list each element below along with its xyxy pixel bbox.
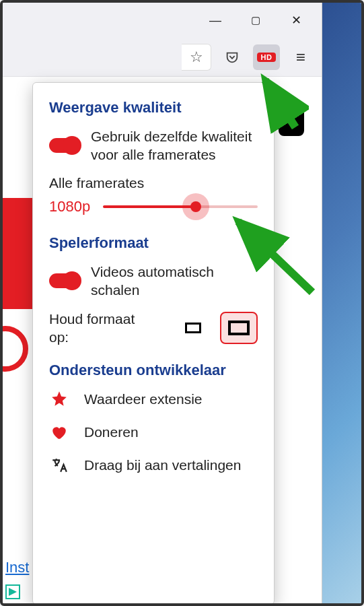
page-black-pill: s xyxy=(279,104,304,136)
keep-format-label: Houd formaat op: xyxy=(49,310,150,347)
pocket-icon xyxy=(225,50,240,65)
section-player-title: Spelerformaat xyxy=(49,234,258,252)
donate-label: Doneren xyxy=(84,423,139,441)
format-large-icon xyxy=(228,321,250,335)
translate-item[interactable]: Draag bij aan vertalingen xyxy=(49,456,258,474)
heart-icon xyxy=(49,424,69,441)
page-red-block xyxy=(0,198,33,309)
framerates-value: 1080p xyxy=(49,198,94,215)
framerates-slider-row: 1080p xyxy=(49,198,258,215)
hamburger-icon: ≡ xyxy=(296,48,305,67)
quality-toggle-row: Gebruik dezelfde kwaliteit voor alle fra… xyxy=(49,127,258,164)
slider-thumb[interactable] xyxy=(182,193,209,220)
translate-icon xyxy=(49,457,69,474)
autoscale-toggle-row: Videos automatisch schalen xyxy=(49,263,258,300)
format-small-icon xyxy=(185,323,201,333)
donate-item[interactable]: Doneren xyxy=(49,423,258,441)
extension-popup: Weergave kwaliteit Gebruik dezelfde kwal… xyxy=(32,82,275,605)
browser-toolbar: ☆ HD ≡ xyxy=(3,38,322,77)
same-quality-toggle-label: Gebruik dezelfde kwaliteit voor alle fra… xyxy=(91,127,258,164)
star-icon: ☆ xyxy=(190,48,203,66)
hd-extension-button[interactable]: HD xyxy=(253,44,280,70)
framerates-slider[interactable] xyxy=(103,205,258,208)
same-quality-toggle[interactable] xyxy=(49,138,80,153)
format-small-button[interactable] xyxy=(174,312,212,344)
rate-extension-item[interactable]: Waardeer extensie xyxy=(49,390,258,408)
page-red-circle xyxy=(0,326,28,372)
format-large-button[interactable] xyxy=(220,312,258,344)
section-support-title: Ondersteun ontwikkelaar xyxy=(49,362,258,379)
autoscale-toggle-label: Videos automatisch schalen xyxy=(91,263,258,300)
framerates-label: Alle framerates xyxy=(49,175,258,191)
close-button[interactable]: ✕ xyxy=(276,5,316,35)
pocket-button[interactable] xyxy=(221,46,244,69)
bookmark-star-button[interactable]: ☆ xyxy=(182,44,211,71)
maximize-button[interactable]: ▢ xyxy=(235,5,276,35)
translate-label: Draag bij aan vertalingen xyxy=(84,456,241,474)
star-filled-icon xyxy=(49,390,69,407)
minimize-button[interactable]: — xyxy=(195,5,235,35)
ad-badge xyxy=(5,584,20,599)
page-link[interactable]: Inst xyxy=(5,559,29,576)
hd-badge-icon: HD xyxy=(257,53,277,62)
format-options xyxy=(174,312,258,344)
titlebar: — ▢ ✕ xyxy=(3,3,322,38)
autoscale-toggle[interactable] xyxy=(49,273,80,288)
section-quality-title: Weergave kwaliteit xyxy=(49,99,258,116)
keep-format-row: Houd formaat op: xyxy=(49,310,258,347)
rate-extension-label: Waardeer extensie xyxy=(84,390,202,408)
hamburger-menu-button[interactable]: ≡ xyxy=(289,46,312,69)
